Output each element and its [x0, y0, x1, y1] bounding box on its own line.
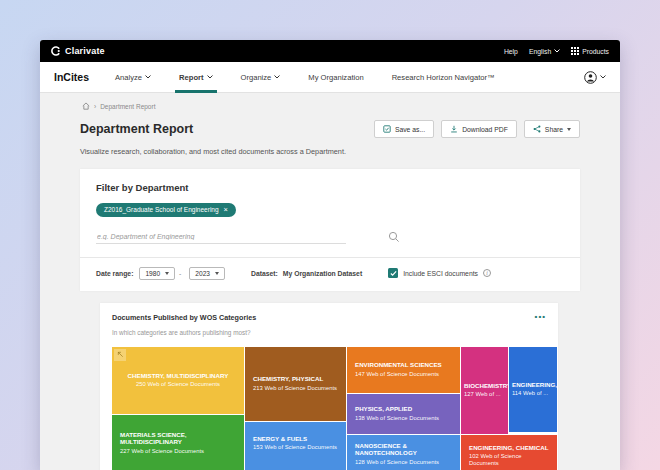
chart-title: Documents Published by WOS Categories [112, 313, 256, 322]
nav-item-research-horizon-navigator[interactable]: Research Horizon Navigator™ [392, 62, 495, 93]
treemap-sublabel: 127 Web of ... [464, 391, 505, 398]
help-link[interactable]: Help [504, 48, 518, 55]
treemap-sublabel: 128 Web of Science Documents [355, 459, 452, 466]
breadcrumb-separator: › [94, 103, 96, 110]
wos-categories-card: Documents Published by WOS Categories ••… [100, 303, 558, 470]
treemap-block-environmental-sciences[interactable]: ENVIRONMENTAL SCIENCES 147 Web of Scienc… [347, 347, 460, 393]
date-from-select[interactable]: 1980 [139, 267, 175, 280]
nav-item-analyze[interactable]: Analyze [115, 62, 151, 93]
treemap-block-energy-fuels[interactable]: ENERGY & FUELS 153 Web of Science Docume… [245, 422, 346, 470]
date-range-label: Date range: [96, 270, 133, 277]
share-button[interactable]: Share [524, 120, 580, 138]
language-selector[interactable]: English [529, 48, 560, 55]
esci-label: Include ESCI documents [403, 270, 478, 277]
product-topbar: Clarivate Help English Products [40, 40, 620, 62]
chart-subtitle: In which categories are authors publishi… [112, 329, 546, 336]
esci-checkbox[interactable] [388, 268, 398, 278]
clarivate-logo-icon [51, 46, 61, 56]
download-icon [450, 125, 458, 133]
department-filter-tag[interactable]: Z2016_Graduate School of Engineering × [96, 203, 236, 217]
treemap-label: BIOCHEMISTRY... [464, 382, 505, 390]
incites-brand[interactable]: InCites [54, 71, 89, 83]
treemap-block-nanoscience-nanotechnology[interactable]: NANOSCIENCE & NANOTECHNOLOGY 128 Web of … [347, 435, 460, 470]
filter-card: Filter by Department Z2016_Graduate Scho… [80, 169, 580, 291]
treemap-block-chemistry-physical[interactable]: CHEMISTRY, PHYSICAL 213 Web of Science D… [245, 347, 346, 421]
home-icon[interactable] [82, 102, 90, 110]
save-as-button[interactable]: Save as... [374, 120, 434, 138]
products-label: Products [582, 48, 609, 55]
treemap-sublabel: 227 Web of Science Documents [120, 448, 236, 455]
treemap-block-biochemistry[interactable]: BIOCHEMISTRY... 127 Web of ... [461, 347, 508, 434]
treemap-sublabel: 153 Web of Science Documents [253, 444, 338, 451]
treemap-block-engineering-chemical[interactable]: ENGINEERING, CHEMICAL 102 Web of Science… [461, 435, 557, 470]
treemap-block-engineering[interactable]: ENGINEERING,... 114 Web of ... [509, 347, 557, 432]
treemap-label: MATERIALS SCIENCE, MULTIDISCIPLINARY [120, 431, 236, 447]
nav-label-organize: Organize [241, 73, 272, 82]
chevron-down-icon [207, 75, 213, 79]
date-to-value: 2023 [195, 270, 210, 277]
treemap-sublabel: 114 Web of ... [512, 390, 554, 397]
date-from-value: 1980 [145, 270, 160, 277]
treemap-label: NANOSCIENCE & NANOTECHNOLOGY [355, 442, 452, 458]
nav-label-my-organization: My Organization [308, 73, 363, 82]
remove-tag-icon[interactable]: × [224, 206, 228, 214]
treemap-label: CHEMISTRY, PHYSICAL [253, 375, 338, 383]
share-dropdown-caret [567, 128, 571, 131]
nav-item-organize[interactable]: Organize [241, 62, 281, 93]
nav-label-research-horizon-navigator: Research Horizon Navigator™ [392, 73, 495, 82]
save-icon [383, 125, 391, 133]
page-content: › Department Report Department Report Sa… [40, 93, 620, 470]
download-pdf-label: Download PDF [462, 126, 508, 133]
nav-item-my-organization[interactable]: My Organization [308, 62, 363, 93]
treemap-block-chemistry-multidisciplinary[interactable]: CHEMISTRY, MULTIDISCIPLINARY 250 Web of … [112, 347, 244, 414]
nav-item-report[interactable]: Report [179, 62, 212, 93]
page-title: Department Report [80, 122, 193, 136]
treemap-sublabel: 250 Web of Science Documents [120, 381, 236, 388]
language-label: English [529, 48, 551, 55]
filter-heading: Filter by Department [96, 182, 564, 193]
date-range-dash: - [179, 270, 181, 277]
card-options-menu-icon[interactable]: ••• [535, 315, 546, 319]
wos-categories-treemap: CHEMISTRY, MULTIDISCIPLINARY 250 Web of … [112, 347, 557, 470]
chevron-down-icon [145, 75, 151, 79]
treemap-label: ENGINEERING, CHEMICAL [469, 444, 549, 452]
treemap-block-materials-science-multidisciplinary[interactable]: MATERIALS SCIENCE, MULTIDISCIPLINARY 227… [112, 415, 244, 470]
nav-label-report: Report [179, 73, 203, 82]
treemap-block-physics-applied[interactable]: PHYSICS, APPLIED 138 Web of Science Docu… [347, 394, 460, 434]
treemap-zoom-out-icon[interactable] [114, 349, 126, 361]
chevron-down-icon [554, 49, 560, 53]
dataset-label: Dataset: [251, 270, 278, 277]
account-menu[interactable] [584, 71, 606, 84]
treemap-sublabel: 147 Web of Science Documents [355, 371, 452, 378]
department-filter-tag-label: Z2016_Graduate School of Engineering [104, 206, 219, 213]
clarivate-logo-text: Clarivate [65, 46, 105, 56]
treemap-sublabel: 138 Web of Science Documents [355, 415, 452, 422]
treemap-label: CHEMISTRY, MULTIDISCIPLINARY [120, 372, 236, 380]
breadcrumb-current[interactable]: Department Report [100, 103, 155, 110]
products-menu[interactable]: Products [571, 47, 609, 55]
select-caret-icon [215, 272, 219, 275]
info-icon[interactable]: i [483, 269, 491, 277]
treemap-label: ENGINEERING,... [512, 381, 554, 389]
grid-icon [571, 47, 579, 55]
search-icon[interactable] [388, 231, 400, 243]
filter-controls: Date range: 1980 - 2023 Dataset: My Orga… [80, 258, 580, 291]
nav-label-analyze: Analyze [115, 73, 142, 82]
breadcrumb: › Department Report [82, 102, 580, 110]
treemap-label: ENVIRONMENTAL SCIENCES [355, 361, 452, 369]
date-to-select[interactable]: 2023 [189, 267, 225, 280]
department-search-input[interactable] [96, 230, 346, 244]
download-pdf-button[interactable]: Download PDF [441, 120, 517, 138]
treemap-label: PHYSICS, APPLIED [355, 405, 452, 413]
user-icon [584, 71, 597, 84]
save-as-label: Save as... [395, 126, 425, 133]
chevron-down-icon [274, 75, 280, 79]
share-label: Share [545, 126, 563, 133]
share-icon [533, 125, 541, 133]
app-window: Clarivate Help English Products InCites … [40, 40, 620, 470]
treemap-label: ENERGY & FUELS [253, 435, 338, 443]
treemap-sublabel: 213 Web of Science Documents [253, 385, 338, 392]
main-navbar: InCites Analyze Report Organize My Organ… [40, 62, 620, 93]
dataset-value: My Organization Dataset [283, 270, 362, 277]
clarivate-logo[interactable]: Clarivate [51, 46, 105, 56]
